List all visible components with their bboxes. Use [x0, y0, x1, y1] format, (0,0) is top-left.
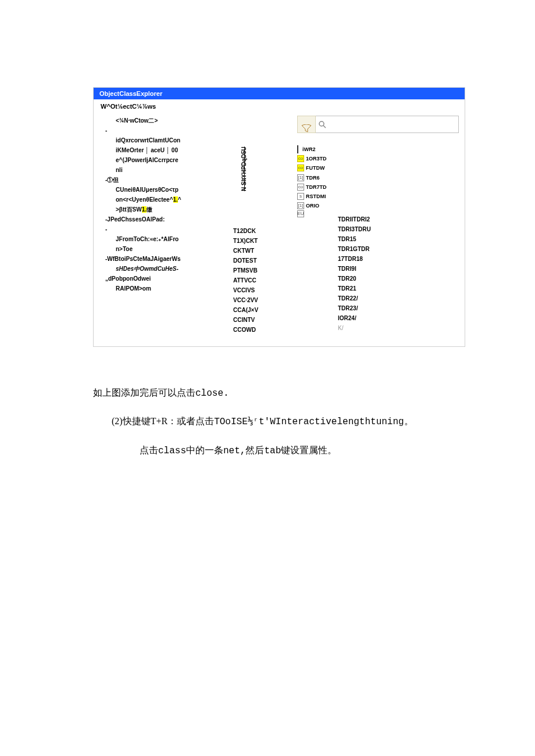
tree-item[interactable]: [1]TDR6 [297, 173, 332, 182]
list-item[interactable]: VCC·2VV [233, 295, 291, 305]
search-area [297, 116, 459, 133]
search-icon [318, 120, 326, 128]
object-class-explorer-window: ObjectClassExplorer W^Ot⅛ectC¼⅞ws <¾N·wC… [93, 87, 465, 347]
tree-item[interactable]: coTDR7TD [297, 182, 332, 192]
node-icon: co [297, 164, 304, 171]
tree-text: nli [105, 165, 227, 175]
window-subheader: W^Ot⅛ectC¼⅞ws [94, 99, 465, 116]
window-title: ObjectClassExplorer [99, 90, 162, 97]
highlight: 1. [173, 196, 178, 203]
bar-icon [297, 145, 298, 153]
list-item[interactable]: TDR22/ [338, 293, 371, 303]
node-icon: [1] [297, 202, 304, 209]
svg-line-1 [323, 126, 326, 128]
document-body: 如上图添加完后可以点击close. (2)快捷键T+R：或者点击TOoISE⅓ʳ… [93, 382, 465, 462]
net-list: TDRIITDRI2 TDRI3TDRU TDR15 TDR1GTDR 17TD… [338, 145, 371, 333]
middle-column: N SItYHPDqD5U T12DCK T1X)CKT CKTWT DOTES… [233, 116, 291, 335]
list-item[interactable]: ATTVCC [233, 275, 291, 285]
node-icon: s [297, 193, 304, 200]
svg-point-0 [319, 121, 324, 126]
tree-item[interactable]: sRSTDMI [297, 192, 332, 201]
tree-text: CUneiθAlUμersθCo<τp [105, 185, 227, 195]
node-icon: co [297, 184, 304, 191]
breadcrumb[interactable]: <¾N·wCtow二> [105, 116, 227, 126]
right-lists: iWR2 co1OR3TD coFUTDW [1]TDR6 coTDR7TD s… [297, 145, 459, 333]
list-item[interactable]: TDRI9I [338, 264, 371, 274]
list-item[interactable]: VCCIVS [233, 285, 291, 295]
list-item[interactable]: T12DCK [233, 226, 291, 236]
tree-text: sHDes中OwmdCuHeS- [105, 264, 227, 274]
tree-text: RAIPOM>om [105, 284, 227, 293]
tree-list: iWR2 co1OR3TD coFUTDW [1]TDR6 coTDR7TD s… [297, 145, 332, 333]
list-item[interactable]: CCOWD [233, 325, 291, 335]
list-item[interactable]: T1X)CKT [233, 236, 291, 246]
list-item[interactable]: CKTWT [233, 246, 291, 256]
node-icon: EU [297, 210, 304, 217]
list-item[interactable]: IOR24/ [338, 313, 371, 323]
list-item[interactable]: TDR21 [338, 284, 371, 293]
tree-text: iKMeOrter │ aceU │ 00 [105, 145, 227, 155]
list-item[interactable]: CCINTV [233, 315, 291, 325]
list-item[interactable]: TDR20 [338, 274, 371, 284]
node-icon: [1] [297, 174, 304, 181]
tree-text: -JPedChssesOAlPad: [105, 214, 227, 224]
tree-text: -①但 [105, 175, 227, 185]
tree-text: idQxrcorwrtClamtUCon [105, 135, 227, 145]
tree-item[interactable]: EU [297, 210, 332, 217]
tree-text: e^(JPowerIjAlCcrrpcre [105, 155, 227, 165]
left-tree-column: <¾N·wCtow二> - idQxrcorwrtClamtUCon iKMeO… [99, 116, 227, 293]
node-icon: co [297, 155, 304, 162]
paragraph: 如上图添加完后可以点击close. [93, 382, 465, 404]
tree-text: - [105, 126, 227, 135]
list-item[interactable]: DOTEST [233, 256, 291, 266]
tree-text: JFromToCh:«e:₊*AlFro [105, 234, 227, 244]
list-item[interactable]: K/ [338, 323, 371, 333]
highlight: 1. [142, 206, 147, 213]
list-item[interactable]: TDR23/ [338, 303, 371, 313]
funnel-icon [301, 124, 312, 132]
list-item[interactable]: TDRI3TDRU [338, 224, 371, 234]
tree-item[interactable]: coFUTDW [297, 163, 332, 173]
tree-text: n>Toe [105, 244, 227, 254]
right-column: iWR2 co1OR3TD coFUTDW [1]TDR6 coTDR7TD s… [297, 116, 459, 333]
tree-item[interactable]: co1OR3TD [297, 154, 332, 163]
list-item[interactable]: 17TDR18 [338, 254, 371, 264]
paragraph: 点击class中的一条net,然后tab键设置属性。 [93, 439, 465, 462]
tree-text: -WfBtoiPsCteMaJAigaerWs [105, 254, 227, 264]
list-item[interactable]: CCA(J×V [233, 305, 291, 315]
tree-text: - [105, 224, 227, 234]
tree-item[interactable]: [1]ORIO [297, 201, 332, 210]
vertical-label: N SItYHPDqD5U [239, 127, 249, 191]
tree-text: on<r<UyenθElectee^1.^ [105, 195, 227, 205]
search-input[interactable] [316, 116, 459, 133]
tree-item[interactable]: iWR2 [297, 145, 332, 154]
window-titlebar: ObjectClassExplorer [94, 88, 465, 99]
mid-list: T12DCK T1X)CKT CKTWT DOTEST PTMSVB ATTVC… [233, 226, 291, 335]
tree-text: >βtt百SW1.缴 [105, 205, 227, 214]
list-item[interactable]: TDR1GTDR [338, 244, 371, 254]
list-item[interactable]: TDR15 [338, 234, 371, 244]
content-row: <¾N·wCtow二> - idQxrcorwrtClamtUCon iKMeO… [94, 116, 465, 346]
search-tab[interactable] [297, 116, 316, 133]
list-item[interactable]: PTMSVB [233, 266, 291, 275]
list-item[interactable]: TDRIITDRI2 [338, 214, 371, 224]
tree-text: „dPobponOdwei [105, 274, 227, 284]
paragraph: (2)快捷键T+R：或者点击TOoISE⅓ʳt′WInteractiveleng… [93, 410, 465, 433]
